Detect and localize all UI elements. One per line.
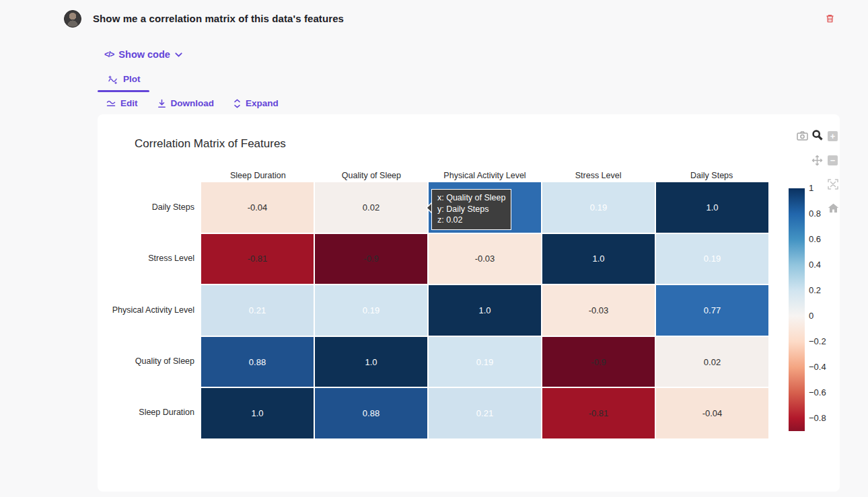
zoom-out-icon[interactable]: − (828, 155, 839, 167)
zoom-in-icon[interactable]: + (828, 131, 839, 143)
user-avatar (64, 10, 81, 28)
show-code-toggle[interactable]: </> Show code (104, 49, 182, 60)
colorbar-tick-label: 0.8 (809, 208, 821, 219)
trash-icon (825, 13, 836, 24)
y-axis-labels: Daily StepsStress LevelPhysical Activity… (98, 182, 194, 438)
heatmap-cell[interactable]: 1.0 (315, 337, 427, 387)
y-axis-label: Quality of Sleep (98, 356, 194, 366)
heatmap-cell[interactable]: 0.02 (315, 182, 427, 233)
camera-snapshot-icon[interactable] (797, 131, 808, 143)
edit-label: Edit (120, 98, 138, 108)
tab-plot[interactable]: Plot (108, 74, 141, 84)
heatmap-cell[interactable]: -0.04 (656, 388, 768, 438)
chevron-down-icon (175, 52, 182, 57)
x-axis-label: Quality of Sleep (342, 171, 401, 180)
tooltip-x-line: x: Quality of Sleep (437, 192, 505, 204)
colorbar-tick-label: −0.6 (809, 387, 826, 397)
plot-toolbar: Edit Download Expand (106, 98, 279, 108)
download-button[interactable]: Download (157, 98, 215, 108)
tooltip-z-line: z: 0.02 (437, 215, 505, 226)
heatmap-cell[interactable]: 1.0 (429, 285, 541, 336)
heatmap-cell[interactable]: 0.02 (656, 337, 768, 387)
show-code-label: Show code (118, 49, 170, 60)
colorbar-tick-label: −0.8 (809, 413, 826, 423)
colorbar-tick-label: −0.4 (809, 362, 826, 372)
y-axis-label: Daily Steps (98, 202, 194, 212)
hover-tooltip: x: Quality of Sleep y: Daily Steps z: 0.… (431, 189, 511, 230)
prompt-message: Show me a correlation matrix of this dat… (93, 13, 344, 24)
chart-title: Correlation Matrix of Features (135, 137, 286, 151)
heatmap-cell[interactable]: 0.19 (429, 337, 541, 387)
y-axis-label: Stress Level (98, 254, 194, 263)
pan-icon[interactable] (811, 155, 823, 166)
heatmap-cell[interactable]: -0.81 (542, 388, 655, 438)
y-axis-label: Physical Activity Level (98, 305, 194, 315)
heatmap-cell[interactable]: 0.88 (201, 337, 314, 387)
heatmap-cell[interactable]: 0.77 (656, 285, 768, 336)
heatmap-cell[interactable]: -0.03 (542, 285, 655, 336)
heatmap-cell[interactable]: -0.9 (542, 337, 655, 387)
x-axis-label: Sleep Duration (230, 171, 286, 180)
heatmap-cell[interactable]: -0.81 (201, 234, 314, 284)
edit-adjust-icon (106, 100, 116, 108)
heatmap-cell[interactable]: 0.19 (315, 285, 427, 336)
heatmap-cell[interactable]: 0.21 (429, 388, 541, 438)
plot-sparkle-icon (108, 75, 118, 84)
colorbar-tick-label: −0.2 (809, 336, 826, 346)
download-icon (157, 99, 166, 108)
colorbar-ticks: 10.80.60.40.20−0.2−0.4−0.6−0.8 (809, 188, 842, 431)
heatmap-cell[interactable]: -0.03 (429, 234, 541, 284)
x-axis-label: Daily Steps (690, 171, 733, 180)
chat-plot-view: Show me a correlation matrix of this dat… (0, 0, 868, 497)
tooltip-y-line: y: Daily Steps (437, 204, 505, 215)
x-axis-label: Physical Activity Level (443, 171, 526, 180)
expand-button[interactable]: Expand (233, 98, 279, 108)
edit-button[interactable]: Edit (106, 98, 138, 108)
x-axis-label: Stress Level (575, 171, 622, 180)
active-tab-underline (98, 90, 149, 92)
y-axis-label: Sleep Duration (98, 408, 194, 417)
colorbar-tick-label: 0 (809, 311, 813, 321)
heatmap-cell[interactable]: -0.04 (201, 182, 314, 233)
zoom-tool-icon[interactable] (811, 129, 823, 141)
plot-card: Correlation Matrix of Features + − (98, 114, 840, 492)
colorbar-gradient (789, 188, 805, 431)
tab-plot-label: Plot (123, 74, 141, 84)
colorbar-tick-label: 1 (809, 183, 813, 193)
heatmap-cell[interactable]: 1.0 (201, 388, 314, 438)
download-label: Download (171, 98, 215, 108)
colorbar-tick-label: 0.2 (809, 285, 821, 295)
code-icon: </> (104, 50, 114, 59)
heatmap-cell[interactable]: 1.0 (656, 182, 768, 233)
colorbar-tick-label: 0.4 (809, 260, 821, 270)
expand-label: Expand (246, 98, 279, 108)
delete-message-button[interactable] (825, 13, 836, 24)
heatmap-cell[interactable]: 0.19 (542, 182, 655, 233)
heatmap-cell[interactable]: -0.9 (315, 234, 427, 284)
heatmap-cell[interactable]: 0.88 (315, 388, 427, 438)
heatmap-cell[interactable]: 1.0 (542, 234, 655, 284)
x-axis-labels: Sleep DurationQuality of SleepPhysical A… (201, 171, 768, 182)
colorbar-tick-label: 0.6 (809, 234, 821, 244)
heatmap-cell[interactable]: 0.19 (656, 234, 768, 284)
heatmap-cell[interactable]: 0.21 (201, 285, 314, 336)
expand-icon (233, 99, 241, 108)
